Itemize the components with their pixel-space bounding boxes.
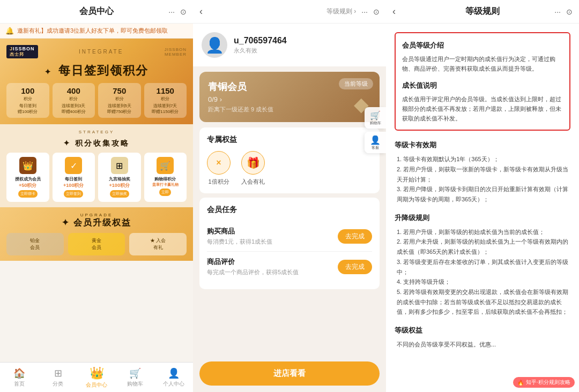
daily-checkin-btn[interactable]: 立即签到 bbox=[64, 190, 83, 198]
gift-label: 入会有礼 bbox=[241, 178, 265, 186]
banner-area: JISSBON杰士邦 INTEGRATE JISSBON MEMBER ✦ 每日… bbox=[0, 39, 193, 124]
task-purchase-btn[interactable]: 去完成 bbox=[338, 229, 372, 244]
current-level-badge: 当前等级 bbox=[339, 78, 373, 89]
target-icon-p3[interactable]: ⊙ bbox=[566, 7, 573, 16]
grade-rules-link[interactable]: 等级规则 › bbox=[326, 7, 356, 16]
task-review-name: 商品评价 bbox=[207, 257, 338, 267]
nav-home[interactable]: 🏠 首页 bbox=[0, 367, 39, 388]
shop-icon: 🛒 bbox=[157, 157, 174, 174]
panel3-header: ‹ 等级规则 ··· ⊙ bbox=[386, 0, 579, 24]
bind-card-btn[interactable]: 立即绑卡 bbox=[18, 190, 38, 198]
home-label: 首页 bbox=[14, 380, 25, 388]
float-service-label: 客服 bbox=[372, 145, 379, 150]
platinum-card: 铂金会员 bbox=[6, 233, 64, 255]
home-icon: 🏠 bbox=[13, 367, 25, 379]
points-icon: × bbox=[207, 151, 231, 175]
banner-main-title: ✦ 每日签到领积分 bbox=[44, 63, 149, 79]
member-growth[interactable]: 0/9 › bbox=[208, 95, 371, 103]
intro-title: 会员等级介绍 bbox=[402, 40, 563, 51]
target-icon-p2[interactable]: ⊙ bbox=[373, 7, 380, 16]
upgrade-rule-3: 3. 若等级变更后存在未签收的订单，则其成长值计入变更后的等级中； bbox=[395, 257, 570, 277]
more-icon-p2[interactable]: ··· bbox=[361, 7, 368, 16]
upgrade-rule-4: 4. 支持跨等级升级； bbox=[395, 277, 570, 287]
upgrade-rule-1: 1. 若用户升级，则新等级的初始成长值为当前的成长值； bbox=[395, 227, 570, 237]
panel2-header-right: 等级规则 › ··· ⊙ bbox=[326, 7, 380, 16]
grade-benefits-text: 不同的会员等级享受不同权益。优惠... bbox=[395, 340, 570, 350]
panel-member-center: 会员中心 ··· ⊙ 🔔 邀新有礼】成功邀请3位新人好友下单，即可免费包邮领取 … bbox=[0, 0, 193, 392]
benefit-points: × 1倍积分 bbox=[207, 151, 231, 186]
member-label: 会员中心 bbox=[86, 381, 107, 389]
watermark: 🔥 知乎·积分规则攻略 bbox=[513, 377, 575, 388]
upgrade-section: UPGRADE ✦ 会员升级权益 铂金会员 黄金会员 ★ 入会有礼 bbox=[0, 207, 193, 261]
user-info-section: 👤 u_706597464 永久有效 bbox=[193, 24, 386, 66]
panel2-bottom: 进店看看 bbox=[193, 355, 386, 392]
nav-member[interactable]: 👑 会员中心 bbox=[77, 366, 116, 389]
float-service[interactable]: 👤 客服 bbox=[365, 132, 386, 153]
card-valid-title: 等级卡有效期 bbox=[395, 139, 570, 151]
cart-label: 购物车 bbox=[127, 380, 143, 388]
back-btn-p3[interactable]: ‹ bbox=[392, 6, 396, 17]
task-review-btn[interactable]: 去完成 bbox=[338, 260, 372, 274]
task-review-info: 商品评价 每完成一个商品评价，获得5成长值 bbox=[207, 257, 338, 276]
logo-left: JISSBON杰士邦 bbox=[6, 45, 38, 58]
shop-btn[interactable]: 立即 bbox=[159, 189, 171, 196]
vip-icon: 👑 bbox=[19, 157, 36, 174]
upgrade-rule-2: 2. 若用户未升级，则新等级的初始成长值为上一个等级有效期内的成长值（即365天… bbox=[395, 237, 570, 257]
points-label: 1倍积分 bbox=[208, 178, 229, 186]
card-valid-item-3: 3. 若用户降级，则等级卡到期日的次日开始重新计算有效期（计算周期为等级卡的周期… bbox=[395, 184, 570, 204]
lottery-icon: ⊞ bbox=[111, 157, 128, 174]
bottom-nav: 🏠 首页 ⊞ 分类 👑 会员中心 🛒 购物车 👤 个人中心 bbox=[0, 362, 193, 392]
gold-card: 黄金会员 bbox=[68, 233, 125, 255]
watermark-text: 知乎·积分规则攻略 bbox=[526, 379, 570, 386]
float-cart[interactable]: 🛒 购物车 bbox=[365, 107, 386, 129]
category-label: 分类 bbox=[53, 380, 63, 388]
panel2-content: 👤 u_706597464 永久有效 青铜会员 0/9 › 距离下一级还差 9 … bbox=[193, 24, 386, 355]
gift-icon: 🎁 bbox=[241, 151, 265, 175]
more-icon-p3[interactable]: ··· bbox=[554, 7, 561, 16]
panel-member-detail: ‹ 等级规则 › ··· ⊙ 👤 u_706597464 永久有效 青铜会员 0… bbox=[193, 0, 386, 392]
lottery-btn[interactable]: 立即抽奖 bbox=[110, 190, 129, 198]
cart-icon: 🛒 bbox=[129, 367, 141, 379]
enter-store-btn[interactable]: 进店看看 bbox=[199, 361, 380, 386]
panel1-title: 会员中心 bbox=[79, 6, 114, 17]
profile-label: 个人中心 bbox=[163, 380, 184, 388]
sign-card-4: 1150 积分 连续签到7天即赠1150积分 bbox=[144, 83, 187, 118]
sign-card-3: 750 积分 连续签到5天即赠750积分 bbox=[98, 83, 141, 118]
tasks-section: 会员任务 购买商品 每消费1元，获得1成长值 去完成 商品评价 每完成一个商品评… bbox=[199, 198, 380, 289]
category-icon: ⊞ bbox=[54, 367, 62, 379]
logo-right: JISSBON MEMBER bbox=[165, 47, 187, 57]
benefits-title: 专属权益 bbox=[207, 135, 372, 145]
grade-benefits-title: 等级权益 bbox=[395, 325, 570, 336]
float-cart-label: 购物车 bbox=[370, 120, 381, 126]
notif-icon: 🔔 bbox=[5, 27, 14, 35]
strategy-grid: 👑 授权成为会员 +50积分 立即绑卡 ✓ 每日签到 +100积分 立即签到 ⊞… bbox=[6, 153, 187, 202]
tasks-title: 会员任务 bbox=[207, 205, 372, 215]
member-icon: 👑 bbox=[90, 366, 104, 380]
member-card: 青铜会员 0/9 › 距离下一级还差 9 成长值 当前等级 ◆ bbox=[199, 72, 380, 122]
panel3-header-right: ··· ⊙ bbox=[554, 7, 573, 16]
card-valid-item-2: 2. 若用户升级，则获取一张新的等级卡，新等级卡有效期从升级当天开始计算； bbox=[395, 164, 570, 184]
target-icon[interactable]: ⊙ bbox=[180, 7, 187, 16]
task-purchase-desc: 每消费1元，获得1成长值 bbox=[207, 238, 338, 246]
nav-category[interactable]: ⊞ 分类 bbox=[39, 367, 77, 388]
nav-profile[interactable]: 👤 个人中心 bbox=[154, 367, 193, 388]
checkin-icon: ✓ bbox=[65, 157, 82, 174]
intro-text: 会员等级通过用户一定时期内的成长值行为决定，可通过购物、商品评价、完善资料获取成… bbox=[402, 55, 563, 73]
sign-card-1: 100 积分 每日签到赠100积分 bbox=[6, 83, 49, 118]
more-icon[interactable]: ··· bbox=[168, 7, 175, 16]
strategy-subtitle: STRATEGY bbox=[6, 130, 187, 134]
watermark-icon: 🔥 bbox=[517, 380, 524, 386]
nav-cart[interactable]: 🛒 购物车 bbox=[116, 367, 154, 388]
strategy-item-2: ✓ 每日签到 +100积分 立即签到 bbox=[53, 153, 95, 202]
member-cards-row: 铂金会员 黄金会员 ★ 入会有礼 bbox=[6, 233, 187, 255]
task-purchase: 购买商品 每消费1元，获得1成长值 去完成 bbox=[207, 221, 372, 252]
panel1-header-icons: ··· ⊙ bbox=[168, 7, 187, 16]
panel1-header: 会员中心 ··· ⊙ bbox=[0, 0, 193, 24]
banner-logo-row: JISSBON杰士邦 INTEGRATE JISSBON MEMBER bbox=[6, 45, 187, 58]
back-btn-p2[interactable]: ‹ bbox=[199, 6, 203, 17]
notif-text: 邀新有礼】成功邀请3位新人好友下单，即可免费包邮领取 bbox=[17, 27, 168, 35]
user-name: u_706597464 bbox=[234, 36, 377, 46]
user-avatar: 👤 bbox=[202, 32, 227, 58]
integrate-text: INTEGRATE bbox=[79, 49, 123, 55]
user-details: u_706597464 永久有效 bbox=[234, 36, 377, 55]
